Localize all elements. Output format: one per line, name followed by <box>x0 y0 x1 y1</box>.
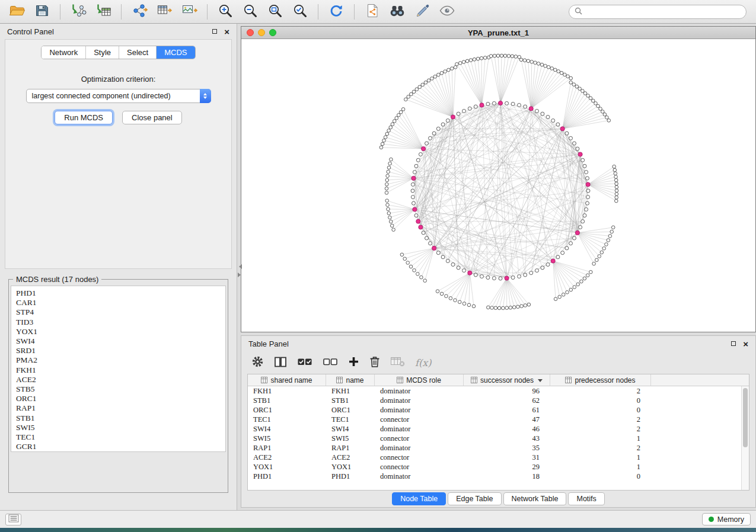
find-button[interactable] <box>386 2 409 21</box>
export-table-button[interactable] <box>153 2 176 21</box>
mcds-result-item[interactable]: ORC1 <box>16 394 225 403</box>
tab-style[interactable]: Style <box>86 46 119 59</box>
tab-mcds[interactable]: MCDS <box>157 46 194 59</box>
show-hide-button[interactable] <box>436 2 458 21</box>
show-columns-button[interactable] <box>273 355 288 370</box>
mcds-result-item[interactable]: PMA2 <box>16 355 225 365</box>
mcds-result-item[interactable]: TEC1 <box>16 432 225 442</box>
deselect-all-columns-button[interactable] <box>322 356 339 370</box>
mcds-result-item[interactable]: ACE2 <box>16 375 225 384</box>
export-network-button[interactable] <box>128 2 151 21</box>
mcds-result-item[interactable]: RAP1 <box>16 403 225 413</box>
tab-select[interactable]: Select <box>119 46 157 59</box>
table-row[interactable]: TEC1TEC1connector472 <box>248 415 749 424</box>
optimization-criterion-label: Optimization criterion: <box>81 75 156 84</box>
table-cell: 1 <box>550 463 651 472</box>
column-header-name[interactable]: name <box>326 374 375 386</box>
tab-network-table[interactable]: Network Table <box>503 492 567 505</box>
mcds-result-item[interactable]: STB5 <box>16 384 225 394</box>
create-column-button[interactable] <box>347 355 360 370</box>
float-table-panel-icon[interactable] <box>731 341 736 346</box>
search-icon <box>575 7 582 17</box>
collapse-left-icon[interactable] <box>237 264 242 269</box>
table-row[interactable]: RAP1RAP1dominator352 <box>248 443 749 453</box>
scrollbar-thumb[interactable] <box>743 388 748 447</box>
table-cell: 61 <box>464 406 550 415</box>
delete-column-button[interactable] <box>369 355 381 370</box>
apply-layout-button[interactable] <box>325 2 347 21</box>
zoom-out-button[interactable] <box>239 2 261 21</box>
table-row[interactable]: ACE2ACE2connector311 <box>248 453 749 462</box>
table-scrollbar[interactable] <box>741 386 749 490</box>
window-close-button[interactable] <box>247 29 254 36</box>
tab-node-table[interactable]: Node Table <box>392 492 446 505</box>
mcds-result-list[interactable]: PHD1CAR1STP4TID3YOX1SWI4SRD1PMA2FKH1ACE2… <box>11 286 226 452</box>
close-table-panel-icon[interactable]: × <box>743 339 748 348</box>
refresh-icon <box>328 3 344 20</box>
paint-style-button[interactable] <box>411 2 433 21</box>
control-panel-tabs: NetworkStyleSelectMCDS <box>41 46 195 59</box>
export-image-button[interactable] <box>178 2 200 21</box>
tab-motifs[interactable]: Motifs <box>568 492 604 505</box>
network-window-titlebar[interactable]: YPA_prune.txt_1 <box>241 27 755 39</box>
optimization-criterion-select[interactable]: largest connected component (undirected) <box>26 89 211 103</box>
mcds-result-item[interactable]: YOX1 <box>16 327 225 336</box>
network-view[interactable] <box>241 39 755 332</box>
select-all-columns-button[interactable] <box>296 356 313 370</box>
zoom-selected-button[interactable] <box>289 2 311 21</box>
sort-caret-icon[interactable] <box>538 379 543 384</box>
zoom-in-button[interactable] <box>214 2 237 21</box>
import-table-button[interactable] <box>92 2 114 21</box>
panel-splitter[interactable] <box>237 24 241 510</box>
function-builder-button[interactable]: f(x) <box>414 357 432 369</box>
table-cell: 46 <box>464 425 550 434</box>
mcds-result-item[interactable]: CAR1 <box>16 298 225 307</box>
column-header-shared-name[interactable]: shared name <box>248 374 326 386</box>
table-row[interactable]: SWI4SWI4dominator462 <box>248 424 749 434</box>
zoom-fit-button[interactable] <box>264 2 286 21</box>
memory-button[interactable]: Memory <box>702 513 751 525</box>
close-panel-button[interactable]: Close panel <box>122 111 182 124</box>
search-input[interactable] <box>586 8 741 16</box>
mcds-result-item[interactable]: STP4 <box>16 307 225 317</box>
tab-edge-table[interactable]: Edge Table <box>448 492 501 505</box>
column-header-successor-nodes[interactable]: successor nodes <box>464 374 550 386</box>
table-row[interactable]: FKH1FKH1dominator962 <box>248 386 749 396</box>
table-cell: 29 <box>464 463 550 472</box>
tab-network[interactable]: Network <box>42 46 86 59</box>
network-graph[interactable] <box>241 39 755 332</box>
column-header-predecessor-nodes[interactable]: predecessor nodes <box>550 374 651 386</box>
mcds-result-item[interactable]: SWI5 <box>16 423 225 432</box>
mcds-result-item[interactable]: SWI4 <box>16 336 225 346</box>
document-share-icon <box>365 3 379 20</box>
mcds-result-item[interactable]: SRD1 <box>16 346 225 355</box>
table-cell: dominator <box>375 396 464 405</box>
table-row[interactable]: ORC1ORC1dominator610 <box>248 405 749 415</box>
float-panel-icon[interactable] <box>212 29 217 34</box>
import-network-button[interactable] <box>67 2 90 21</box>
column-header-MCDS-role[interactable]: MCDS role <box>375 374 464 386</box>
mcds-result-item[interactable]: FKH1 <box>16 366 225 375</box>
task-history-button[interactable] <box>5 514 21 525</box>
table-settings-button[interactable] <box>251 355 264 370</box>
table-row[interactable]: STB1STB1dominator620 <box>248 396 749 405</box>
window-minimize-button[interactable] <box>258 29 265 36</box>
column-sort-icon <box>565 377 572 383</box>
mcds-result-item[interactable]: GCR1 <box>16 442 225 451</box>
share-document-button[interactable] <box>361 2 384 21</box>
run-mcds-button[interactable]: Run MCDS <box>55 111 113 124</box>
import-table-icon <box>95 3 111 20</box>
table-row[interactable]: SWI5SWI5connector431 <box>248 434 749 443</box>
mcds-result-item[interactable]: PHD1 <box>16 289 225 298</box>
import-table-disabled-button[interactable] <box>390 355 406 370</box>
cytoscape-app: Control Panel × NetworkStyleSelectMCDS O… <box>0 0 756 532</box>
mcds-result-item[interactable]: STB1 <box>16 414 225 423</box>
collapse-right-icon[interactable] <box>238 273 243 277</box>
mcds-result-item[interactable]: TID3 <box>16 318 225 327</box>
table-row[interactable]: YOX1YOX1connector291 <box>248 462 749 472</box>
window-zoom-button[interactable] <box>269 29 276 36</box>
close-panel-icon[interactable]: × <box>224 27 229 36</box>
table-row[interactable]: PHD1PHD1dominator180 <box>248 472 749 481</box>
open-file-button[interactable] <box>6 2 28 21</box>
save-button[interactable] <box>31 2 53 21</box>
